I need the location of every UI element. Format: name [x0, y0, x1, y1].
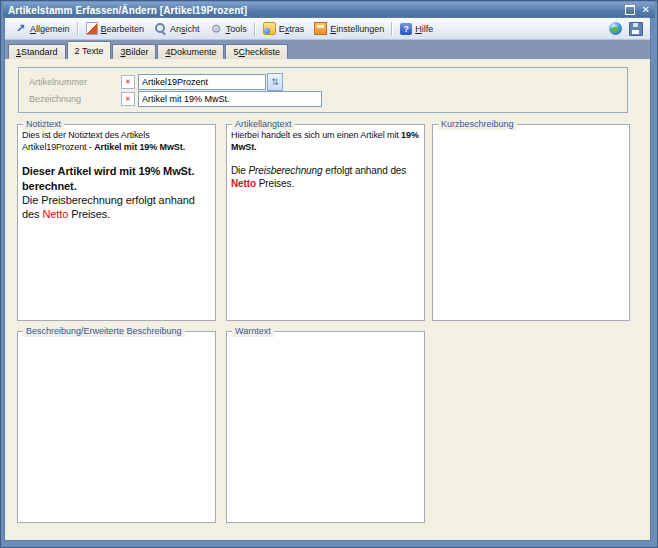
menu-item-extras[interactable]: Extras — [258, 20, 310, 37]
menubar-separator — [391, 22, 393, 36]
menu-item-bearbeiten[interactable]: Bearbeiten — [81, 20, 150, 37]
menu-bar: AllgemeinBearbeitenAnsichtToolsExtrasEin… — [5, 18, 650, 40]
close-icon[interactable]: ✕ — [642, 5, 650, 15]
window-body: AllgemeinBearbeitenAnsichtToolsExtrasEin… — [5, 18, 650, 540]
title-bar: Artikelstamm Erfassen/Ändern [Artikel19P… — [3, 2, 655, 18]
menu-item-ansicht[interactable]: Ansicht — [149, 20, 205, 37]
field-row-bezeichnung: Bezeichnung — [29, 91, 322, 107]
tab-1-standard[interactable]: 1 Standard — [8, 44, 66, 59]
menu-item-label: Hilfe — [415, 24, 433, 34]
kurzbeschreibung-editor[interactable] — [437, 130, 626, 317]
menu-item-allgemein[interactable]: Allgemein — [9, 20, 75, 37]
menu-item-label: Einstellungen — [330, 24, 384, 34]
window-title: Artikelstamm Erfassen/Ändern [Artikel19P… — [8, 5, 247, 16]
rich-paragraph: Dies ist der Notiztext des Artikels Arti… — [22, 130, 212, 153]
rich-paragraph: Dieser Artikel wird mit 19% MwSt. berech… — [22, 164, 212, 193]
extras-icon — [263, 22, 276, 35]
tab-2-texte[interactable]: 2 Texte — [67, 41, 112, 59]
artikelnummer-label: Artikelnummer — [29, 77, 121, 87]
menu-items: AllgemeinBearbeitenAnsichtToolsExtrasEin… — [9, 20, 438, 37]
menu-item-hilfe[interactable]: Hilfe — [395, 21, 438, 37]
rich-paragraph: Die Preisberechnung erfolgt anhand des N… — [22, 193, 212, 222]
tab-strip: 1 Standard2 Texte3 Bilder4 Dokumente5 Ch… — [5, 40, 650, 59]
notiztext-editor[interactable]: Dies ist der Notiztext des Artikels Arti… — [22, 130, 212, 317]
restore-icon[interactable] — [625, 5, 635, 15]
tab-5-checkliste[interactable]: 5 Checkliste — [225, 44, 288, 59]
warntext-editor[interactable] — [231, 337, 421, 519]
menubar-separator — [254, 22, 256, 36]
menu-item-label: Allgemein — [30, 24, 70, 34]
menu-item-label: Bearbeiten — [101, 24, 145, 34]
rich-paragraph: Die Preisberechnung erfolgt anhand des N… — [231, 164, 421, 190]
bezeichnung-input[interactable] — [138, 91, 322, 107]
menu-item-label: Tools — [226, 24, 247, 34]
menubar-separator — [77, 22, 79, 36]
lookup-arrows-icon[interactable] — [267, 73, 283, 91]
artikellangtext-legend: Artikellangtext — [232, 118, 295, 130]
groupbox-beschreibung: Beschreibung/Erweiterte Beschreibung — [17, 331, 216, 523]
arrow-icon — [14, 22, 27, 35]
view-icon — [154, 22, 167, 35]
clear-x-icon[interactable] — [121, 75, 135, 89]
help-icon — [400, 23, 412, 35]
groupbox-artikellangtext: Artikellangtext Hierbei handelt es sich … — [226, 124, 425, 321]
notiztext-legend: Notiztext — [23, 118, 64, 130]
groupbox-notiztext: Notiztext Dies ist der Notiztext des Art… — [17, 124, 216, 321]
globe-icon[interactable] — [609, 22, 622, 35]
bezeichnung-label: Bezeichnung — [29, 94, 121, 104]
article-header-panel: Artikelnummer Bezeichnung — [18, 67, 628, 113]
settings-icon — [314, 22, 327, 35]
beschreibung-legend: Beschreibung/Erweiterte Beschreibung — [23, 325, 185, 337]
kurzbeschreibung-legend: Kurzbeschreibung — [438, 118, 517, 130]
window-controls: ✕ — [625, 5, 650, 15]
save-icon[interactable] — [629, 22, 643, 36]
tab-4-dokumente[interactable]: 4 Dokumente — [157, 44, 224, 59]
rich-paragraph: Hierbei handelt es sich um einen Artikel… — [231, 130, 421, 153]
toolbar-right — [609, 22, 646, 36]
warntext-legend: Warntext — [232, 325, 274, 337]
gear-icon — [210, 22, 223, 35]
edit-icon — [86, 22, 98, 35]
tab-3-bilder[interactable]: 3 Bilder — [112, 44, 156, 59]
clear-x-icon[interactable] — [121, 92, 135, 106]
artikellangtext-editor[interactable]: Hierbei handelt es sich um einen Artikel… — [231, 130, 421, 317]
page-content: Artikelnummer Bezeichnung Notiztext Dies… — [5, 59, 650, 540]
groupbox-warntext: Warntext — [226, 331, 425, 523]
groupbox-kurzbeschreibung: Kurzbeschreibung — [432, 124, 630, 321]
app-window: Artikelstamm Erfassen/Ändern [Artikel19P… — [0, 0, 658, 548]
beschreibung-editor[interactable] — [22, 337, 212, 519]
artikelnummer-input[interactable] — [138, 74, 266, 90]
menu-item-tools[interactable]: Tools — [205, 20, 252, 37]
menu-item-label: Extras — [279, 24, 305, 34]
field-row-artikelnummer: Artikelnummer — [29, 74, 283, 90]
menu-item-einstellungen[interactable]: Einstellungen — [309, 20, 389, 37]
menu-item-label: Ansicht — [170, 24, 200, 34]
